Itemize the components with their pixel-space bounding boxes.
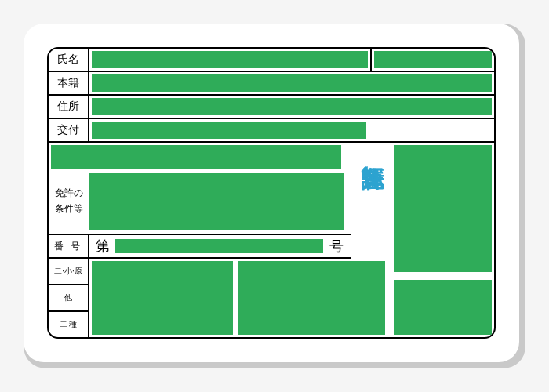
label-issued: 交付	[49, 119, 89, 141]
label-conditions: 免許の 条件等	[49, 171, 89, 232]
license-frame: 氏名 本籍 住所 交付	[47, 47, 496, 339]
card-shadow: 氏名 本籍 住所 交付	[24, 24, 525, 368]
label-address: 住所	[49, 96, 89, 118]
photo-area	[394, 145, 492, 272]
class-area: 二·小·原 他 二 種	[49, 259, 387, 337]
field-name	[92, 51, 368, 68]
label-name: 氏名	[49, 49, 89, 71]
field-address	[92, 98, 492, 115]
field-birthdate	[374, 51, 492, 68]
label-number: 番 号	[49, 235, 89, 257]
label-class-b: 他	[49, 285, 88, 312]
license-card: 氏名 本籍 住所 交付	[24, 24, 519, 362]
lower-area: 免許の 条件等 番 号 第 号 運転免許証 二·小·原 他 二	[49, 143, 494, 337]
row-address: 住所	[49, 96, 494, 119]
label-domicile: 本籍	[49, 72, 89, 94]
row-domicile: 本籍	[49, 72, 494, 96]
name-divider	[370, 49, 372, 71]
label-class-a: 二·小·原	[49, 259, 88, 285]
class-labels: 二·小·原 他 二 種	[49, 259, 89, 337]
field-issued	[92, 122, 366, 139]
field-class-right	[238, 261, 385, 335]
class-fields	[89, 259, 387, 337]
conditions-box: 免許の 条件等	[49, 171, 347, 232]
label-conditions-l2: 条件等	[55, 201, 83, 217]
row-number: 番 号 第 号	[49, 234, 351, 259]
field-number	[115, 239, 323, 253]
number-suffix: 号	[323, 237, 351, 256]
row-name: 氏名	[49, 49, 494, 72]
field-class-left	[92, 261, 233, 335]
field-domicile	[92, 74, 492, 92]
photo-lower-area	[394, 280, 492, 335]
expiry-band	[51, 145, 341, 169]
label-conditions-l1: 免許の	[55, 186, 83, 201]
row-issued: 交付	[49, 119, 494, 143]
field-conditions	[89, 173, 344, 230]
number-prefix: 第	[89, 237, 115, 256]
label-class-c: 二 種	[49, 312, 88, 337]
